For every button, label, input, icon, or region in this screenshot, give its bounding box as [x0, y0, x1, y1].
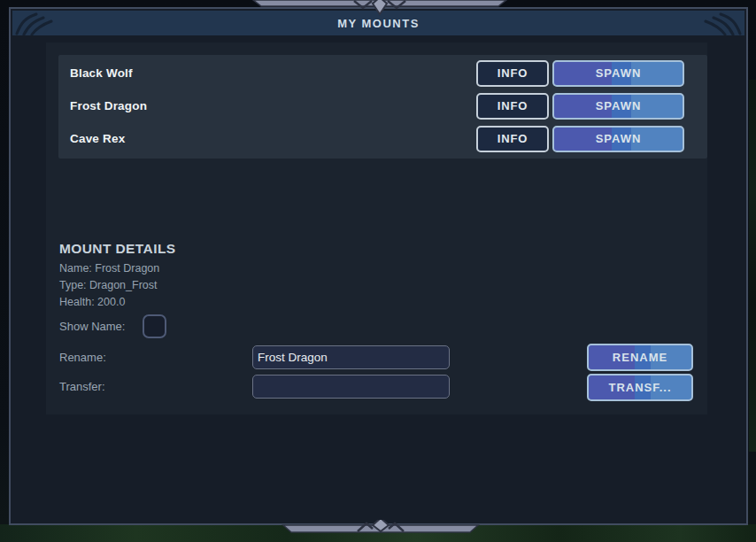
spawn-button[interactable]: SPAWN — [552, 126, 684, 152]
info-button[interactable]: INFO — [476, 93, 549, 120]
mount-detail-type: Type: Dragon_Frost — [59, 279, 157, 291]
info-button[interactable]: INFO — [476, 60, 549, 87]
mount-list: Black Wolf INFO SPAWN Frost Dragon INFO … — [58, 55, 707, 159]
spawn-button[interactable]: SPAWN — [552, 60, 684, 87]
mount-row: Frost Dragon INFO SPAWN — [58, 89, 707, 122]
top-trim-ornament — [251, 0, 508, 16]
mount-name: Cave Rex — [70, 132, 476, 145]
spawn-button[interactable]: SPAWN — [552, 93, 684, 120]
transfer-input[interactable] — [252, 375, 450, 399]
rename-button[interactable]: RENAME — [587, 344, 693, 371]
rename-input[interactable] — [252, 345, 450, 369]
mount-row: Black Wolf INFO SPAWN — [58, 57, 707, 89]
mount-name: Black Wolf — [70, 66, 476, 80]
transfer-label: Transfer: — [59, 375, 105, 399]
corner-flourish-icon — [15, 12, 54, 35]
rename-label: Rename: — [59, 345, 106, 369]
show-name-checkbox[interactable] — [143, 314, 166, 338]
bottom-trim-ornament — [282, 520, 480, 536]
transfer-button[interactable]: TRANSF... — [587, 374, 693, 401]
show-name-label: Show Name: — [59, 314, 125, 338]
game-screen: MY MOUNTS Black Wolf INFO SPAWN Frost Dr… — [0, 0, 756, 542]
mount-row: Cave Rex INFO SPAWN — [58, 122, 707, 155]
mount-details-heading: MOUNT DETAILS — [59, 241, 176, 257]
mount-name: Frost Dragon — [70, 99, 476, 112]
my-mounts-panel: MY MOUNTS Black Wolf INFO SPAWN Frost Dr… — [9, 7, 748, 525]
mount-detail-health: Health: 200.0 — [59, 296, 125, 308]
mount-detail-name: Name: Frost Dragon — [59, 262, 159, 275]
game-world-edge — [749, 80, 756, 452]
info-button[interactable]: INFO — [476, 126, 549, 152]
corner-flourish-icon — [703, 12, 742, 35]
panel-title: MY MOUNTS — [337, 17, 420, 30]
